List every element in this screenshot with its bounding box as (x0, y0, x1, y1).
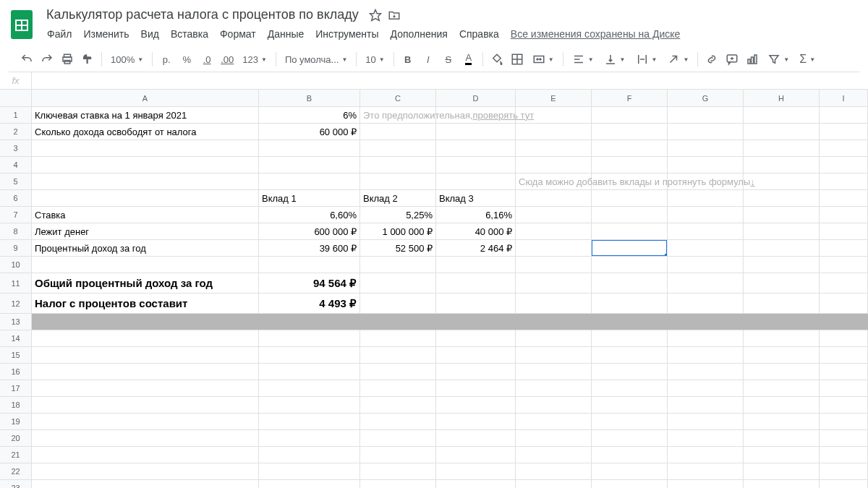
cell-A14[interactable] (32, 330, 259, 347)
cell-F1[interactable] (592, 107, 668, 124)
strike-button[interactable]: S (439, 50, 458, 69)
cell-F6[interactable] (592, 190, 668, 207)
row-header-2[interactable]: 2 (0, 124, 32, 140)
row-header-5[interactable]: 5 (0, 174, 32, 190)
cell-H2[interactable] (744, 124, 820, 140)
cell-F8[interactable] (592, 223, 668, 240)
cell-A19[interactable] (32, 414, 259, 430)
menu-tools[interactable]: Инструменты (310, 25, 383, 43)
cell-B5[interactable] (259, 174, 360, 190)
cell-C10[interactable] (360, 257, 436, 273)
move-folder-icon[interactable] (388, 9, 401, 22)
row-header-20[interactable]: 20 (0, 430, 32, 447)
wrap-icon[interactable]: ▼ (631, 50, 662, 69)
cell-I11[interactable] (820, 273, 868, 294)
cell-G13[interactable] (668, 314, 744, 330)
cell-B21[interactable] (259, 447, 360, 463)
cell-D22[interactable] (436, 463, 516, 480)
formula-input[interactable] (32, 72, 868, 89)
cell-B10[interactable] (259, 257, 360, 273)
cell-F16[interactable] (592, 364, 668, 380)
cell-A13[interactable] (32, 314, 259, 330)
cell-B8[interactable]: 600 000 ₽ (259, 223, 360, 240)
cell-B11[interactable]: 94 564 ₽ (259, 273, 360, 294)
cell-C21[interactable] (360, 447, 436, 463)
cell-A15[interactable] (32, 347, 259, 364)
cell-C13[interactable] (360, 314, 436, 330)
cell-C6[interactable]: Вклад 2 (360, 190, 436, 207)
cell-E7[interactable] (516, 207, 592, 223)
cell-A23[interactable] (32, 480, 259, 488)
text-color-button[interactable]: A (459, 50, 478, 69)
cell-C8[interactable]: 1 000 000 ₽ (360, 223, 436, 240)
valign-icon[interactable]: ▼ (600, 50, 630, 69)
cell-C4[interactable] (360, 157, 436, 174)
cell-A8[interactable]: Лежит денег (32, 223, 259, 240)
cell-B14[interactable] (259, 330, 360, 347)
row-header-10[interactable]: 10 (0, 257, 32, 273)
cell-D14[interactable] (436, 330, 516, 347)
row-header-22[interactable]: 22 (0, 463, 32, 480)
cell-C7[interactable]: 5,25% (360, 207, 436, 223)
cell-B4[interactable] (259, 157, 360, 174)
cell-B3[interactable] (259, 140, 360, 157)
cell-E13[interactable] (516, 314, 592, 330)
cell-D11[interactable] (436, 273, 516, 294)
row-header-9[interactable]: 9 (0, 240, 32, 257)
cell-I15[interactable] (820, 347, 868, 364)
cell-D2[interactable] (436, 124, 516, 140)
cell-I23[interactable] (820, 480, 868, 488)
cell-A2[interactable]: Сколько дохода освободят от налога (32, 124, 259, 140)
cell-A3[interactable] (32, 140, 259, 157)
cell-B17[interactable] (259, 380, 360, 397)
cell-D13[interactable] (436, 314, 516, 330)
cell-H10[interactable] (744, 257, 820, 273)
cell-D5[interactable] (436, 174, 516, 190)
cell-H1[interactable] (744, 107, 820, 124)
cell-F17[interactable] (592, 380, 668, 397)
cell-C12[interactable] (360, 294, 436, 314)
cell-F14[interactable] (592, 330, 668, 347)
cell-G23[interactable] (668, 480, 744, 488)
cell-A9[interactable]: Процентный доход за год (32, 240, 259, 257)
cell-E23[interactable] (516, 480, 592, 488)
cell-F10[interactable] (592, 257, 668, 273)
rotate-icon[interactable]: ▼ (663, 50, 693, 69)
cell-C18[interactable] (360, 397, 436, 414)
cell-H19[interactable] (744, 414, 820, 430)
cell-I6[interactable] (820, 190, 868, 207)
cell-E9[interactable] (516, 240, 592, 257)
cell-C15[interactable] (360, 347, 436, 364)
cell-D20[interactable] (436, 430, 516, 447)
cell-H3[interactable] (744, 140, 820, 157)
cell-E10[interactable] (516, 257, 592, 273)
cell-I22[interactable] (820, 463, 868, 480)
cell-E22[interactable] (516, 463, 592, 480)
cell-E4[interactable] (516, 157, 592, 174)
borders-icon[interactable] (508, 50, 527, 69)
sheets-logo[interactable] (9, 12, 35, 38)
row-header-6[interactable]: 6 (0, 190, 32, 207)
cell-F20[interactable] (592, 430, 668, 447)
menu-format[interactable]: Формат (215, 25, 261, 43)
cell-G15[interactable] (668, 347, 744, 364)
row-header-7[interactable]: 7 (0, 207, 32, 223)
cell-I1[interactable] (820, 107, 868, 124)
star-icon[interactable] (369, 9, 382, 22)
cell-G10[interactable] (668, 257, 744, 273)
cell-H15[interactable] (744, 347, 820, 364)
cell-C14[interactable] (360, 330, 436, 347)
cell-A5[interactable] (32, 174, 259, 190)
cell-E19[interactable] (516, 414, 592, 430)
row-header-1[interactable]: 1 (0, 107, 32, 124)
cell-D21[interactable] (436, 447, 516, 463)
cell-E17[interactable] (516, 380, 592, 397)
cell-C3[interactable] (360, 140, 436, 157)
cell-D18[interactable] (436, 397, 516, 414)
row-header-3[interactable]: 3 (0, 140, 32, 157)
cell-E5[interactable]: Сюда можно добавить вклады и протянуть ф… (516, 174, 592, 190)
cell-G6[interactable] (668, 190, 744, 207)
cell-D4[interactable] (436, 157, 516, 174)
zoom-dropdown[interactable]: 100%▼ (106, 50, 148, 69)
link-icon[interactable] (702, 50, 721, 69)
